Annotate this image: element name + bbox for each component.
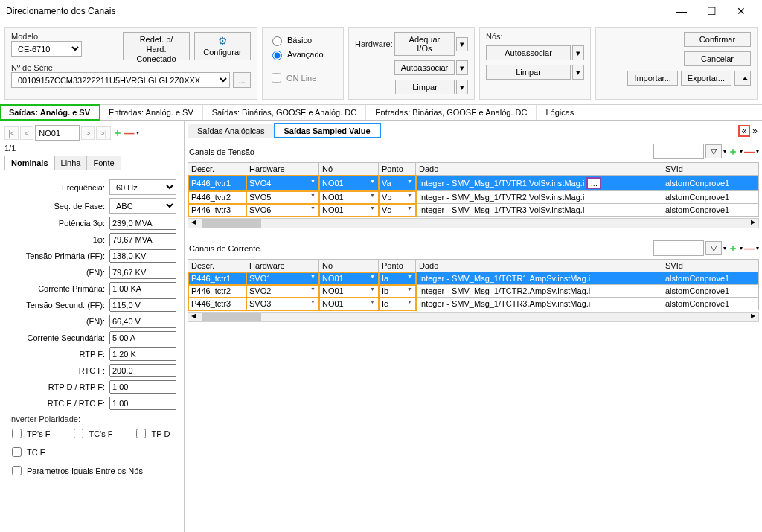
online-checkbox[interactable]	[272, 73, 281, 83]
serial-select[interactable]: 00109157CCM33222211U5HVRGLGLGL2Z0XXX	[11, 72, 230, 88]
nos-autoassociar-dropdown[interactable]: ▾	[572, 45, 584, 60]
table-row[interactable]: P446_tctr1SVO1▼NO01▼Ia▼Integer - SMV_Msg…	[188, 272, 759, 285]
hw-limpar-dropdown[interactable]: ▾	[456, 80, 468, 94]
param-iguais-checkbox[interactable]	[12, 466, 22, 475]
confirmar-button[interactable]: Confirmar	[684, 32, 751, 47]
col-svid[interactable]: SVId	[662, 163, 759, 176]
corrente-filter-dd[interactable]: ▾	[723, 245, 726, 251]
tab-saidas-analogicas[interactable]: Saídas Analógicas	[188, 124, 275, 138]
nos-limpar-dropdown[interactable]: ▾	[572, 65, 584, 80]
adequar-ios-dropdown[interactable]: ▾	[456, 37, 468, 51]
cell-no[interactable]: NO01▼	[319, 204, 379, 217]
table-row[interactable]: P446_tctr3SVO3▼NO01▼Ic▼Integer - SMV_Msg…	[188, 298, 759, 310]
col-no[interactable]: Nó	[319, 260, 379, 272]
corrente-filter-input[interactable]	[653, 240, 704, 256]
tcs-f-checkbox[interactable]	[74, 429, 83, 438]
tab-logicas[interactable]: Lógicas	[537, 105, 583, 120]
exportar-button[interactable]: Exportar...	[681, 71, 731, 86]
rtpf-input[interactable]	[109, 347, 176, 361]
node-last-button[interactable]: >|	[96, 126, 110, 140]
table-row[interactable]: P446_tvtr2SVO5▼NO01▼Vb▼Integer - SMV_Msg…	[188, 191, 759, 204]
hw-limpar-button[interactable]: Limpar	[395, 80, 455, 94]
corrente-add-button[interactable]: ＋	[728, 242, 738, 255]
cell-ponto[interactable]: Vc▼	[379, 204, 416, 217]
node-next-button[interactable]: >	[81, 126, 95, 140]
redef-hard-button[interactable]: Redef. p/ Hard. Conectado	[123, 32, 190, 60]
cp-input[interactable]	[109, 282, 176, 295]
table-row[interactable]: P446_tvtr3SVO6▼NO01▼Vc▼Integer - SMV_Msg…	[188, 204, 759, 217]
importar-button[interactable]: Importar...	[627, 71, 678, 86]
corrente-scrollbar[interactable]: ◀▶	[188, 312, 759, 322]
tensao-filter-input[interactable]	[653, 144, 704, 159]
cell-no[interactable]: NO01▼	[319, 272, 379, 285]
cell-dado[interactable]: Integer - SMV_Msg_1/TCTR2.AmpSv.instMag.…	[416, 285, 662, 298]
filter-dd[interactable]: ▾	[723, 148, 726, 155]
table-row[interactable]: P446_tvtr1SVO4▼NO01▼Va▼Integer - SMV_Msg…	[188, 176, 759, 191]
col-dado[interactable]: Dado	[416, 163, 662, 176]
cancelar-button[interactable]: Cancelar	[684, 51, 751, 66]
pot3-input[interactable]	[109, 217, 176, 230]
cell-descr[interactable]: P446_tvtr1	[188, 176, 246, 191]
tpff-input[interactable]	[109, 249, 176, 263]
cell-hardware[interactable]: SVO5▼	[246, 191, 319, 204]
cell-no[interactable]: NO01▼	[319, 285, 379, 298]
cell-dado[interactable]: Integer - SMV_Msg_1/TVTR1.VolSv.instMag.…	[416, 176, 662, 191]
cell-dado[interactable]: Integer - SMV_Msg_1/TVTR3.VolSv.instMag.…	[416, 204, 662, 217]
node-input[interactable]	[35, 125, 80, 141]
cell-svid[interactable]: alstomConprove1	[662, 272, 759, 285]
col-svid[interactable]: SVId	[662, 260, 759, 272]
cell-hardware[interactable]: SVO4▼	[246, 176, 319, 191]
tensao-add-dd[interactable]: ▾	[740, 148, 743, 155]
col-descr[interactable]: Descr.	[188, 163, 246, 176]
col-no[interactable]: Nó	[319, 163, 379, 176]
cell-dado[interactable]: Integer - SMV_Msg_1/TVTR2.VolSv.instMag.…	[416, 191, 662, 204]
expand-button[interactable]: ⏶	[734, 71, 751, 86]
cs-input[interactable]	[109, 331, 176, 344]
node-first-button[interactable]: |<	[4, 126, 19, 140]
maximize-button[interactable]: ☐	[697, 5, 726, 17]
grid-tensao[interactable]: Descr. Hardware Nó Ponto Dado SVId P446_…	[188, 162, 759, 217]
cell-ponto[interactable]: Vb▼	[379, 191, 416, 204]
cell-ponto[interactable]: Ic▼	[379, 298, 416, 310]
nos-limpar-button[interactable]: Limpar	[486, 65, 571, 80]
col-descr[interactable]: Descr.	[188, 260, 246, 272]
col-dado[interactable]: Dado	[416, 260, 662, 272]
node-add-button[interactable]: ＋	[112, 126, 123, 140]
tpfn-input[interactable]	[109, 266, 176, 279]
corrente-add-dd[interactable]: ▾	[740, 245, 743, 251]
cell-hardware[interactable]: SVO1▼	[246, 272, 319, 285]
collapse-left-button[interactable]: «	[739, 126, 750, 136]
cell-dado[interactable]: Integer - SMV_Msg_1/TCTR1.AmpSv.instMag.…	[416, 272, 662, 285]
cell-hardware[interactable]: SVO2▼	[246, 285, 319, 298]
cell-hardware[interactable]: SVO6▼	[246, 204, 319, 217]
cell-descr[interactable]: P446_tctr2	[188, 285, 246, 298]
grid-corrente[interactable]: Descr. Hardware Nó Ponto Dado SVId P446_…	[188, 259, 759, 310]
tab-saidas-analog-sv[interactable]: Saídas: Analóg. e SV	[0, 105, 100, 120]
cell-descr[interactable]: P446_tctr1	[188, 272, 246, 285]
tensao-remove-dd[interactable]: ▾	[756, 148, 759, 155]
cell-svid[interactable]: alstomConprove1	[662, 191, 759, 204]
tab-entradas-analog-sv[interactable]: Entradas: Analóg. e SV	[100, 105, 203, 120]
cell-svid[interactable]: alstomConprove1	[662, 176, 759, 191]
rtcf-input[interactable]	[109, 364, 176, 377]
cell-no[interactable]: NO01▼	[319, 176, 379, 191]
tensao-scrollbar[interactable]: ◀▶	[188, 218, 759, 228]
tsfn-input[interactable]	[109, 315, 176, 328]
corrente-remove-button[interactable]: —	[744, 243, 755, 254]
hw-autoassociar-dropdown[interactable]: ▾	[456, 60, 468, 75]
nos-autoassociar-button[interactable]: Autoassociar	[486, 45, 571, 60]
col-ponto[interactable]: Ponto	[379, 260, 416, 272]
cell-ponto[interactable]: Va▼	[379, 176, 416, 191]
radio-avancado[interactable]	[272, 51, 282, 60]
cell-ponto[interactable]: Ia▼	[379, 272, 416, 285]
cell-no[interactable]: NO01▼	[319, 191, 379, 204]
tps-f-checkbox[interactable]	[12, 429, 22, 438]
radio-basico[interactable]	[272, 36, 282, 46]
close-button[interactable]: ✕	[726, 5, 756, 17]
subtab-fonte[interactable]: Fonte	[86, 156, 121, 170]
rtpd-input[interactable]	[109, 380, 176, 394]
cell-hardware[interactable]: SVO3▼	[246, 298, 319, 310]
cell-ponto[interactable]: Ib▼	[379, 285, 416, 298]
table-row[interactable]: P446_tctr2SVO2▼NO01▼Ib▼Integer - SMV_Msg…	[188, 285, 759, 298]
col-hardware[interactable]: Hardware	[246, 260, 319, 272]
